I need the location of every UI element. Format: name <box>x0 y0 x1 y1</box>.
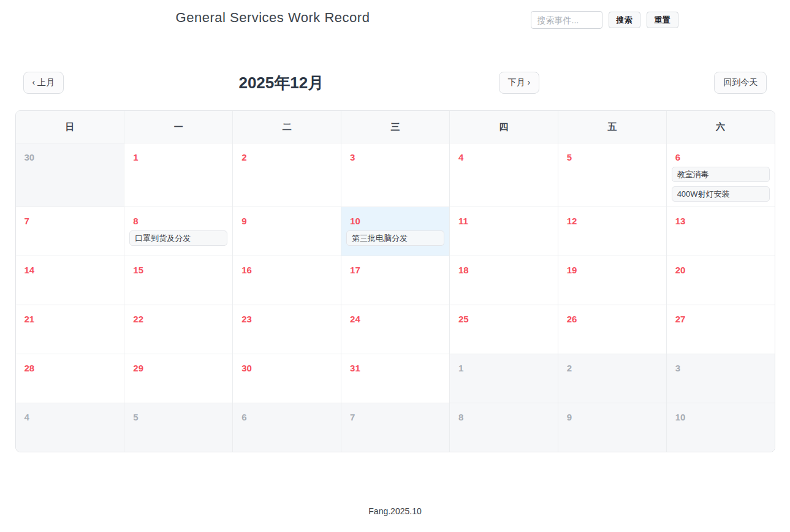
date-number: 10 <box>675 412 770 422</box>
calendar-cell[interactable]: 9 <box>232 207 341 256</box>
calendar-cell[interactable]: 30 <box>232 354 341 403</box>
date-number: 22 <box>133 314 227 324</box>
weekday-header: 六 <box>666 111 775 143</box>
calendar-cell[interactable]: 25 <box>449 305 558 354</box>
date-number: 23 <box>241 314 336 324</box>
calendar-cell[interactable]: 5 <box>558 143 666 207</box>
calendar-cell[interactable]: 12 <box>558 207 666 256</box>
calendar-cell[interactable]: 7 <box>341 403 449 452</box>
weekday-header-row: 日一二三四五六 <box>16 111 775 143</box>
calendar-cell[interactable]: 15 <box>124 256 232 305</box>
date-number: 12 <box>567 216 661 226</box>
search-button[interactable]: 搜索 <box>609 12 640 28</box>
date-number: 29 <box>133 363 227 373</box>
calendar-cell[interactable]: 3 <box>341 143 449 207</box>
calendar-cell[interactable]: 31 <box>341 354 449 403</box>
date-number: 27 <box>675 314 770 324</box>
weekday-header: 三 <box>341 111 449 143</box>
calendar-cell[interactable]: 7 <box>16 207 124 256</box>
page-title-wrap: General Services Work Record <box>15 9 531 27</box>
date-number: 2 <box>241 152 336 162</box>
calendar-cell[interactable]: 1 <box>449 354 558 403</box>
calendar-cell[interactable]: 19 <box>558 256 666 305</box>
date-number: 16 <box>241 265 336 275</box>
calendar-cell[interactable]: 27 <box>666 305 775 354</box>
page-header: General Services Work Record 搜索 重置 <box>15 0 775 29</box>
calendar: 日一二三四五六 30123456教室消毒400W射灯安装78口罩到货及分发910… <box>15 110 775 452</box>
month-title: 2025年12月 <box>238 72 324 94</box>
calendar-cell[interactable]: 14 <box>16 256 124 305</box>
date-number: 10 <box>350 216 444 226</box>
date-number: 21 <box>25 314 120 324</box>
event-chip[interactable]: 第三批电脑分发 <box>346 230 444 246</box>
calendar-cell[interactable]: 4 <box>16 403 124 452</box>
calendar-cell[interactable]: 4 <box>449 143 558 207</box>
date-number: 25 <box>458 314 553 324</box>
search-input[interactable] <box>531 11 602 29</box>
calendar-cell[interactable]: 20 <box>666 256 775 305</box>
date-number: 9 <box>241 216 336 226</box>
calendar-cell[interactable]: 3 <box>666 354 775 403</box>
date-number: 8 <box>133 216 227 226</box>
calendar-cell[interactable]: 5 <box>124 403 232 452</box>
month-nav: ‹ 上月 2025年12月 下月 › 回到今天 <box>15 72 775 94</box>
date-number: 4 <box>25 412 120 422</box>
calendar-cell[interactable]: 16 <box>232 256 341 305</box>
date-number: 3 <box>675 363 770 373</box>
calendar-cell[interactable]: 11 <box>449 207 558 256</box>
event-chip[interactable]: 口罩到货及分发 <box>129 230 227 246</box>
weekday-header: 日 <box>16 111 124 143</box>
reset-button[interactable]: 重置 <box>647 12 678 28</box>
page-container: General Services Work Record 搜索 重置 ‹ 上月 … <box>15 0 775 516</box>
calendar-cell[interactable]: 18 <box>449 256 558 305</box>
search-group: 搜索 重置 <box>531 9 678 29</box>
date-number: 9 <box>567 412 661 422</box>
date-number: 6 <box>675 152 770 162</box>
date-number: 4 <box>458 152 553 162</box>
date-number: 6 <box>241 412 336 422</box>
calendar-cell[interactable]: 23 <box>232 305 341 354</box>
calendar-cell[interactable]: 28 <box>16 354 124 403</box>
calendar-cell[interactable]: 2 <box>232 143 341 207</box>
calendar-cell[interactable]: 22 <box>124 305 232 354</box>
page-title: General Services Work Record <box>176 9 370 27</box>
calendar-cell[interactable]: 6 <box>232 403 341 452</box>
back-to-today-button[interactable]: 回到今天 <box>714 72 767 94</box>
calendar-cell[interactable]: 26 <box>558 305 666 354</box>
next-month-button[interactable]: 下月 › <box>499 72 540 94</box>
calendar-cell[interactable]: 17 <box>341 256 449 305</box>
date-number: 15 <box>133 265 227 275</box>
calendar-cell[interactable]: 8口罩到货及分发 <box>124 207 232 256</box>
weekday-header: 一 <box>124 111 232 143</box>
date-number: 20 <box>675 265 770 275</box>
footer-text: Fang.2025.10 <box>15 506 775 516</box>
date-number: 26 <box>567 314 661 324</box>
prev-month-button[interactable]: ‹ 上月 <box>23 72 64 94</box>
calendar-cell[interactable]: 6教室消毒400W射灯安装 <box>666 143 775 207</box>
calendar-cell[interactable]: 13 <box>666 207 775 256</box>
calendar-cell[interactable]: 30 <box>16 143 124 207</box>
weekday-header: 五 <box>558 111 666 143</box>
calendar-cell[interactable]: 10第三批电脑分发 <box>341 207 449 256</box>
date-number: 2 <box>567 363 661 373</box>
date-number: 8 <box>458 412 553 422</box>
weekday-header: 二 <box>232 111 341 143</box>
calendar-cell[interactable]: 29 <box>124 354 232 403</box>
calendar-cell[interactable]: 1 <box>124 143 232 207</box>
date-number: 31 <box>350 363 444 373</box>
event-chip[interactable]: 400W射灯安装 <box>672 186 770 202</box>
date-number: 14 <box>25 265 120 275</box>
calendar-cell[interactable]: 24 <box>341 305 449 354</box>
date-number: 19 <box>567 265 661 275</box>
date-number: 1 <box>133 152 227 162</box>
calendar-cell[interactable]: 9 <box>558 403 666 452</box>
date-number: 5 <box>567 152 661 162</box>
calendar-cell[interactable]: 8 <box>449 403 558 452</box>
date-number: 13 <box>675 216 770 226</box>
date-number: 7 <box>350 412 444 422</box>
calendar-cell[interactable]: 21 <box>16 305 124 354</box>
date-number: 7 <box>25 216 120 226</box>
calendar-cell[interactable]: 10 <box>666 403 775 452</box>
event-chip[interactable]: 教室消毒 <box>672 167 770 182</box>
calendar-cell[interactable]: 2 <box>558 354 666 403</box>
